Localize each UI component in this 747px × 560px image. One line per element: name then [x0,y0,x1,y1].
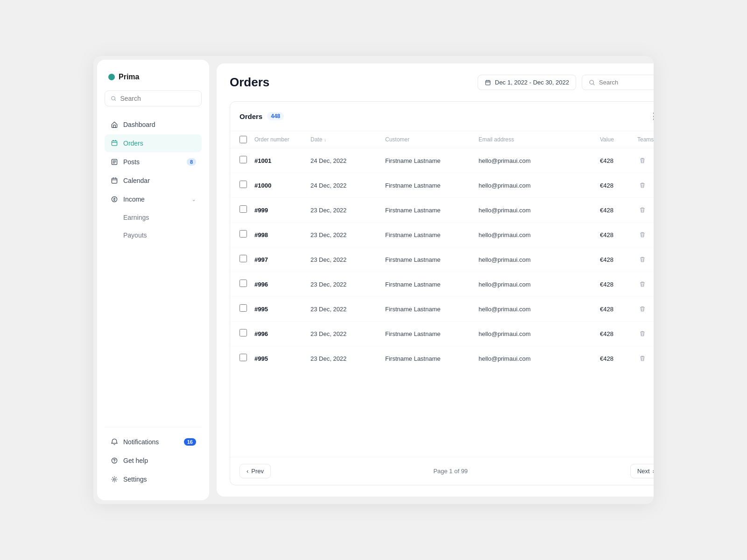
row-actions: ⋯ [637,353,654,364]
more-icon[interactable]: ⋯ [651,180,654,191]
row-checkbox[interactable] [240,280,247,287]
order-customer: Firstname Lastname [385,306,479,313]
sidebar-item-label: Calendar [123,177,150,184]
delete-icon[interactable] [637,353,648,364]
svg-rect-9 [486,80,490,84]
order-customer: Firstname Lastname [385,330,479,337]
row-checkbox[interactable] [240,181,247,188]
sidebar-item-posts[interactable]: Posts 8 [105,153,202,171]
table-row: #997 23 Dec, 2022 Firstname Lastname hel… [230,247,654,272]
delete-icon[interactable] [637,329,648,339]
header-search-input[interactable] [599,79,654,86]
order-number: #998 [254,231,310,238]
next-button[interactable]: Next › [630,464,654,478]
svg-rect-1 [113,125,116,128]
order-customer: Firstname Lastname [385,157,479,164]
col-order-number: Order number [254,136,310,143]
sidebar-item-earnings[interactable]: Earnings [105,209,202,226]
order-email: hello@primaui.com [479,306,600,313]
row-checkbox[interactable] [240,255,247,262]
sidebar-item-settings[interactable]: Settings [105,470,202,488]
sidebar-item-dashboard[interactable]: Dashboard [105,116,202,133]
settings-icon [110,475,119,483]
table-row: #995 23 Dec, 2022 Firstname Lastname hel… [230,297,654,322]
prev-button[interactable]: ‹ Prev [240,464,271,478]
svg-point-7 [114,462,114,462]
sidebar-search-input[interactable] [120,95,196,102]
order-date: 23 Dec, 2022 [310,231,385,238]
delete-icon[interactable] [637,205,648,215]
sidebar-bottom: Notifications 16 Get help [105,427,202,489]
orders-count-badge: 448 [267,112,284,120]
order-email: hello@primaui.com [479,207,600,214]
delete-icon[interactable] [637,254,648,265]
more-icon[interactable]: ⋯ [651,353,654,364]
date-range-picker[interactable]: Dec 1, 2022 - Dec 30, 2022 [478,75,576,90]
table-row: #1000 24 Dec, 2022 Firstname Lastname he… [230,173,654,198]
select-all-checkbox[interactable] [240,136,247,143]
row-checkbox[interactable] [240,230,247,238]
order-number: #995 [254,355,310,362]
app-name: Prima [119,73,139,81]
sidebar-item-get-help[interactable]: Get help [105,452,202,469]
more-icon[interactable]: ⋯ [651,204,654,216]
delete-icon[interactable] [637,304,648,314]
sidebar-item-payouts[interactable]: Payouts [105,227,202,244]
row-checkbox[interactable] [240,304,247,312]
sidebar-item-calendar[interactable]: Calendar [105,172,202,189]
row-checkbox[interactable] [240,329,247,336]
svg-rect-4 [112,178,117,183]
orders-table-section: Orders 448 ⋮ Order number Date ↓ [230,101,654,485]
row-actions: ⋯ [637,328,654,339]
more-icon[interactable]: ⋯ [651,254,654,265]
settings-label: Settings [123,476,147,483]
table-row: #995 23 Dec, 2022 Firstname Lastname hel… [230,346,654,371]
delete-icon[interactable] [637,230,648,240]
more-icon[interactable]: ⋯ [651,303,654,315]
order-number: #996 [254,330,310,337]
row-checkbox[interactable] [240,156,247,163]
page-info: Page 1 of 99 [433,468,468,475]
sidebar-item-label: Orders [123,140,143,147]
bell-icon [110,438,119,446]
calendar-icon [485,79,491,86]
table-more-menu[interactable]: ⋮ [646,109,654,123]
order-customer: Firstname Lastname [385,281,479,288]
home-icon [110,120,119,129]
more-icon[interactable]: ⋯ [651,155,654,166]
order-date: 23 Dec, 2022 [310,306,385,313]
delete-icon[interactable] [637,180,648,190]
sidebar-search-box[interactable] [105,91,202,106]
table-title: Orders [240,112,262,120]
order-value: €428 [600,256,637,263]
col-date[interactable]: Date ↓ [310,136,385,143]
order-number: #999 [254,207,310,214]
header-search-box[interactable] [582,75,654,90]
orders-icon [110,139,119,147]
row-checkbox[interactable] [240,354,247,361]
table-row: #996 23 Dec, 2022 Firstname Lastname hel… [230,272,654,297]
col-email: Email address [479,136,600,143]
more-icon[interactable]: ⋯ [651,279,654,290]
table-row: #998 23 Dec, 2022 Firstname Lastname hel… [230,223,654,247]
sidebar-item-income[interactable]: Income ⌄ [105,190,202,208]
more-icon[interactable]: ⋯ [651,328,654,339]
posts-icon [110,158,119,166]
logo-area: Prima [105,71,202,83]
order-number: #996 [254,281,310,288]
search-icon [111,95,116,102]
delete-icon[interactable] [637,279,648,289]
order-value: €428 [600,281,637,288]
order-value: €428 [600,231,637,238]
row-actions: ⋯ [637,279,654,290]
order-date: 23 Dec, 2022 [310,281,385,288]
order-customer: Firstname Lastname [385,231,479,238]
notifications-label: Notifications [123,438,159,446]
delete-icon[interactable] [637,155,648,166]
sidebar-item-notifications[interactable]: Notifications 16 [105,433,202,451]
sidebar-item-orders[interactable]: Orders [105,134,202,152]
logo-dot [108,74,115,80]
sidebar-item-label: Income [123,196,145,203]
more-icon[interactable]: ⋯ [651,229,654,240]
row-checkbox[interactable] [240,205,247,213]
